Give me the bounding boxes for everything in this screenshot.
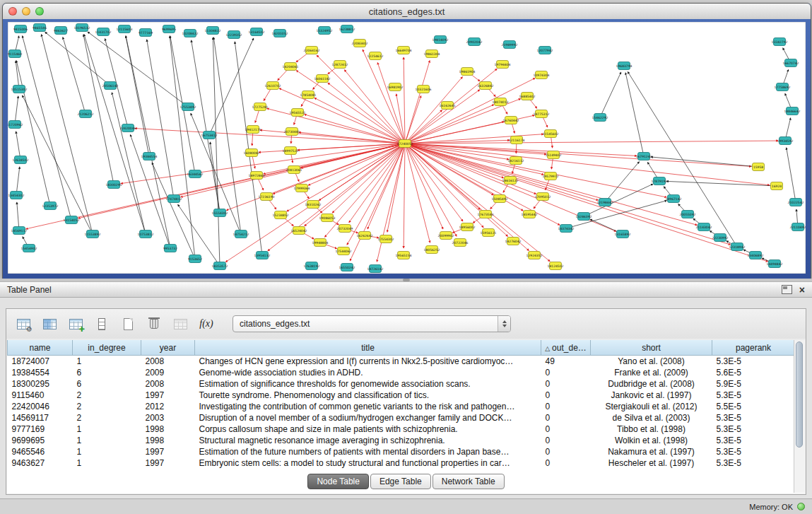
network-node[interactable]: 19565154 [396, 252, 412, 259]
row-options-icon[interactable] [92, 314, 112, 334]
network-node[interactable]: 15234852 [273, 211, 289, 219]
network-edge[interactable] [405, 144, 463, 221]
delete-attribute-icon[interactable] [144, 314, 164, 334]
table-row[interactable]: 969969511998Structural magnetic resonanc… [8, 435, 795, 446]
network-node[interactable]: 13154052 [64, 216, 80, 224]
close-window-icon[interactable] [8, 7, 17, 16]
function-builder-icon[interactable]: f(x) [196, 314, 216, 334]
network-node[interactable]: 20099902 [438, 232, 454, 240]
network-node[interactable]: 21143042 [696, 223, 712, 231]
network-node[interactable]: 14595442 [522, 211, 538, 218]
network-edge[interactable] [16, 132, 20, 160]
network-node[interactable]: 18846642 [784, 107, 801, 115]
column-header-name[interactable]: name [8, 340, 73, 356]
network-edge[interactable] [147, 40, 174, 199]
network-node[interactable]: 12872412 [332, 61, 348, 69]
network-node[interactable]: 18216112 [508, 157, 524, 165]
network-node[interactable]: 12239352 [226, 31, 242, 39]
network-node[interactable]: 19565521 [290, 109, 306, 117]
network-edge[interactable] [405, 144, 457, 236]
network-node[interactable]: 18775312 [534, 110, 550, 118]
network-edge[interactable] [404, 144, 405, 248]
network-node[interactable]: 17854081 [300, 91, 317, 99]
network-node[interactable]: 19384554 [141, 153, 158, 160]
network-node[interactable]: 9699695 [162, 25, 176, 33]
network-edge[interactable] [314, 98, 405, 144]
network-edge[interactable] [405, 144, 430, 243]
network-edge[interactable] [377, 144, 405, 262]
network-node[interactable]: 14494842 [767, 260, 783, 268]
network-edge[interactable] [651, 157, 758, 167]
network-node[interactable]: 18997522 [283, 147, 299, 155]
network-node[interactable]: 11553892 [85, 230, 101, 238]
network-edge[interactable] [305, 144, 405, 226]
network-canvas[interactable]: 1724005212872412160611821785408119565521… [8, 22, 806, 274]
network-node[interactable]: 13165892 [615, 230, 631, 238]
network-node[interactable]: 17236190 [259, 193, 275, 201]
network-node[interactable]: 14569117 [11, 227, 28, 235]
network-node[interactable]: 17095012 [535, 193, 551, 201]
network-edge[interactable] [78, 144, 405, 218]
network-node[interactable]: 12924352 [526, 252, 543, 259]
new-attribute-icon[interactable] [118, 314, 138, 334]
tab-network-table[interactable]: Network Table [433, 474, 505, 489]
network-node[interactable]: 19948804 [312, 239, 329, 247]
network-node[interactable]: 19683794 [616, 62, 632, 70]
network-node[interactable]: 10974304 [534, 71, 550, 79]
network-node[interactable]: 17240052 [397, 140, 413, 148]
network-node[interactable]: 14754212 [233, 230, 249, 238]
network-node[interactable]: 20902042 [466, 38, 483, 46]
network-node[interactable]: 22064162 [304, 47, 320, 54]
network-node[interactable]: 18353572 [212, 262, 228, 270]
network-edge[interactable] [600, 72, 621, 117]
network-node[interactable]: 10208422 [182, 30, 199, 37]
network-edge[interactable] [287, 144, 405, 211]
network-edge[interactable] [317, 55, 405, 144]
network-node[interactable]: 19861304 [424, 50, 440, 58]
network-node[interactable]: 20055092 [680, 211, 696, 218]
network-edge[interactable] [344, 70, 405, 144]
network-node[interactable]: 21206212 [78, 110, 94, 118]
network-node[interactable]: 10753812 [138, 230, 154, 238]
network-node[interactable]: 12318942 [729, 243, 746, 251]
network-node[interactable]: 9115460 [8, 50, 22, 58]
network-node[interactable]: 17758692 [775, 83, 791, 91]
table-row[interactable]: 1872400712008Changes of HCN gene express… [8, 356, 795, 368]
network-node[interactable]: 16326842 [478, 82, 494, 90]
network-edge[interactable] [126, 36, 149, 156]
network-node[interactable]: 21989992 [502, 41, 518, 49]
network-node[interactable]: 15956121 [481, 229, 497, 237]
network-node[interactable]: 16753412 [201, 132, 218, 139]
network-node[interactable]: 18300295 [106, 181, 122, 189]
network-node[interactable]: 14374342 [558, 225, 575, 233]
column-header-pagerank[interactable]: pagerank [712, 340, 795, 356]
table-row[interactable]: 946362711997Embryonic stem cells: a mode… [8, 457, 795, 469]
network-edge[interactable] [170, 36, 195, 259]
network-edge[interactable] [210, 142, 220, 213]
network-node[interactable]: 10321606 [416, 86, 432, 93]
network-node[interactable]: 18310262 [305, 201, 322, 209]
table-row[interactable]: 1938455462009Genome-wide association stu… [8, 367, 795, 378]
network-node[interactable]: 17544062 [336, 247, 352, 255]
network-node[interactable]: 16924 [771, 182, 783, 190]
network-edge[interactable] [387, 144, 405, 232]
network-node[interactable]: 12077942 [537, 47, 553, 54]
network-node[interactable]: 9465546 [33, 24, 47, 32]
network-node[interactable]: 16524042 [291, 227, 307, 235]
network-node[interactable]: 17638192 [304, 262, 320, 270]
network-edge[interactable] [267, 108, 405, 144]
network-node[interactable]: 13454302 [8, 192, 25, 199]
column-header-title[interactable]: title [195, 340, 541, 356]
network-edge[interactable] [405, 144, 666, 197]
network-node[interactable]: 16760442 [503, 117, 519, 124]
network-node[interactable]: 17474812 [166, 195, 182, 203]
network-edge[interactable] [625, 73, 644, 156]
network-node[interactable]: 17879192 [652, 177, 668, 185]
network-node[interactable]: 14204061 [283, 63, 299, 71]
network-node[interactable]: 16649704 [396, 47, 412, 54]
network-node[interactable]: 11304822 [205, 27, 221, 35]
tab-edge-table[interactable]: Edge Table [370, 474, 431, 489]
network-node[interactable]: 13286392 [576, 213, 592, 221]
network-node[interactable]: 22083402 [352, 40, 368, 47]
network-node[interactable]: 15149402 [546, 151, 562, 159]
